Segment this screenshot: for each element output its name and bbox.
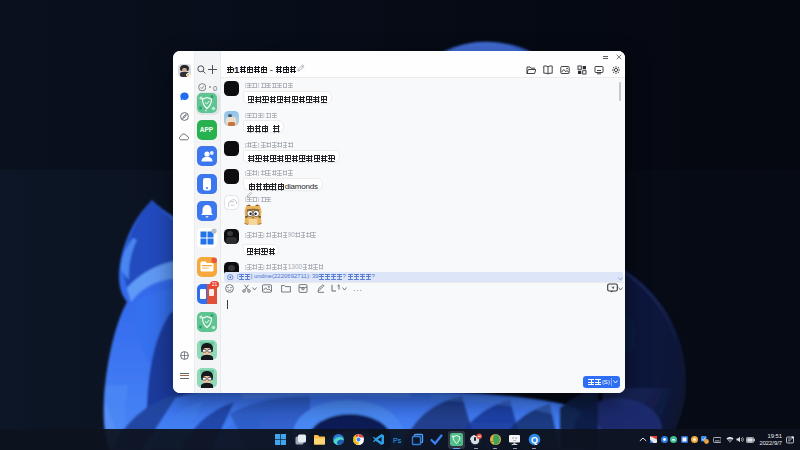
svg-text:Ps: Ps bbox=[393, 437, 402, 444]
svg-text:Q: Q bbox=[531, 435, 538, 445]
